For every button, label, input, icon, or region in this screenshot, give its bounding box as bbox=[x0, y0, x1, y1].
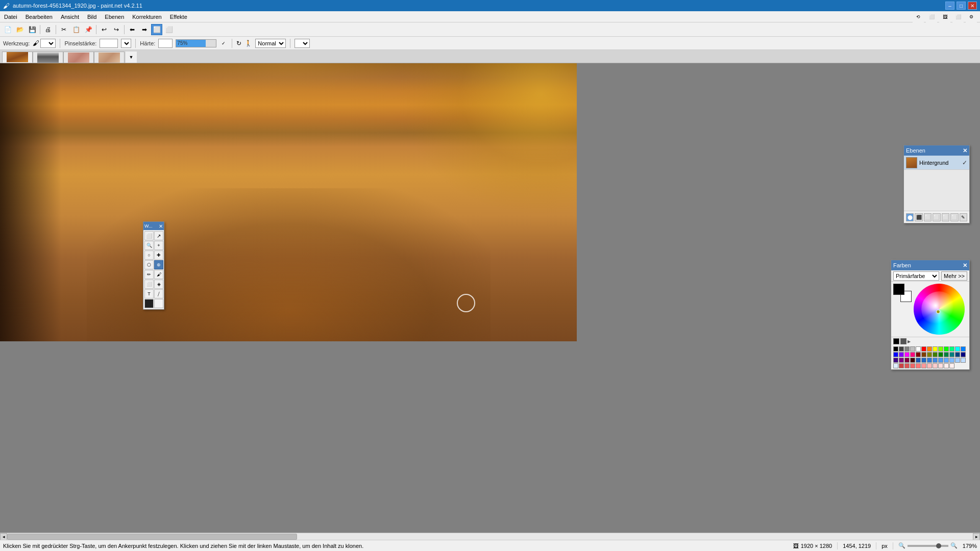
menu-ebenen[interactable]: Ebenen bbox=[101, 11, 128, 22]
zoom-out-icon[interactable]: 🔍 bbox=[898, 542, 905, 549]
palette-dk-blue[interactable] bbox=[961, 352, 966, 357]
pal-b10[interactable] bbox=[893, 363, 898, 368]
toolbar-right-btn-4[interactable]: ⬜ bbox=[952, 11, 964, 22]
save-btn[interactable]: 💾 bbox=[27, 24, 38, 35]
pal-b1[interactable] bbox=[916, 358, 921, 363]
minimize-button[interactable]: – bbox=[945, 2, 954, 10]
layer-tool-5[interactable]: ⬜ bbox=[942, 213, 949, 221]
color-wheel-container[interactable] bbox=[914, 284, 965, 335]
fg-color-swatch[interactable] bbox=[893, 284, 904, 295]
pal-b8[interactable] bbox=[955, 358, 960, 363]
tool-bg-color[interactable] bbox=[154, 299, 163, 308]
mehr-button[interactable]: Mehr >> bbox=[941, 271, 967, 281]
btn11[interactable]: ⬜ bbox=[151, 24, 162, 35]
layer-tool-7[interactable]: ✎ bbox=[960, 213, 967, 221]
zoom-in-icon[interactable]: 🔍 bbox=[950, 542, 958, 549]
close-button[interactable]: ✕ bbox=[968, 2, 977, 10]
color-wheel[interactable] bbox=[914, 284, 965, 335]
toolbar-right-btn-3[interactable]: 🖼 bbox=[939, 11, 950, 22]
swatch-dark[interactable] bbox=[900, 338, 906, 344]
harte-slider[interactable]: 75% bbox=[176, 39, 216, 47]
menu-bild[interactable]: Bild bbox=[83, 11, 101, 22]
tool-lasso[interactable]: ○ bbox=[144, 251, 154, 260]
tool-fg-color[interactable] bbox=[144, 299, 154, 308]
open-btn[interactable]: 📂 bbox=[14, 24, 26, 35]
scroll-left-btn[interactable]: ◂ bbox=[0, 533, 7, 540]
paste-btn[interactable]: 📌 bbox=[83, 24, 94, 35]
palette-dk-teal[interactable] bbox=[944, 352, 949, 357]
tool-line[interactable]: ⧸ bbox=[154, 289, 163, 298]
palette-dk-lime[interactable] bbox=[933, 352, 938, 357]
palette-dk-pink[interactable] bbox=[904, 358, 910, 363]
pal-b3[interactable] bbox=[927, 358, 932, 363]
pal-r4[interactable] bbox=[916, 363, 921, 368]
btn10[interactable]: ➡ bbox=[139, 24, 150, 35]
pal-r9[interactable] bbox=[944, 363, 949, 368]
maximize-button[interactable]: □ bbox=[957, 2, 966, 10]
pal-b2[interactable] bbox=[921, 358, 926, 363]
pal-b7[interactable] bbox=[949, 358, 954, 363]
tool-zoom-in[interactable]: + bbox=[154, 241, 163, 250]
scroll-h-track[interactable] bbox=[7, 533, 973, 540]
tool-zoom-out[interactable]: 🔍 bbox=[144, 241, 154, 250]
layers-panel-close[interactable]: ✕ bbox=[963, 147, 967, 154]
colors-panel-header[interactable]: Farben ✕ bbox=[891, 260, 969, 270]
pal-r3[interactable] bbox=[910, 363, 915, 368]
colors-panel-close[interactable]: ✕ bbox=[963, 262, 967, 269]
palette-dark1[interactable] bbox=[899, 346, 904, 352]
tab-4[interactable] bbox=[94, 52, 125, 63]
pal-r8[interactable] bbox=[938, 363, 943, 368]
tool-clone-stamp[interactable]: ⊕ bbox=[154, 260, 163, 269]
pinselstarke-input[interactable]: 20 bbox=[100, 39, 118, 48]
toolbar-right-btn-1[interactable]: ⟲ bbox=[913, 11, 924, 22]
tool-move[interactable]: ↗ bbox=[154, 231, 163, 240]
palette-white[interactable] bbox=[916, 346, 921, 352]
menu-effekte[interactable]: Effekte bbox=[166, 11, 191, 22]
palette-green[interactable] bbox=[944, 346, 949, 352]
pal-r5[interactable] bbox=[921, 363, 926, 368]
toolbox-header[interactable]: W... ✕ bbox=[143, 222, 164, 230]
tab-2[interactable] bbox=[33, 52, 63, 63]
tool-select-rect[interactable]: ⬜ bbox=[144, 231, 154, 240]
palette-brown[interactable] bbox=[921, 352, 926, 357]
palette-dk-blue1[interactable] bbox=[955, 352, 960, 357]
tab-more-btn[interactable]: ▼ bbox=[126, 52, 137, 63]
toolbox-close-btn[interactable]: ✕ bbox=[159, 223, 163, 229]
palette-dk-violet[interactable] bbox=[893, 358, 898, 363]
pal-r7[interactable] bbox=[933, 363, 938, 368]
layer-tool-1[interactable]: ⬤ bbox=[906, 213, 914, 221]
palette-dk-magenta[interactable] bbox=[899, 358, 904, 363]
opacity-select[interactable] bbox=[295, 39, 310, 48]
layer-visible-1[interactable]: ✓ bbox=[962, 159, 967, 166]
palette-gray[interactable] bbox=[904, 346, 910, 352]
palette-yellow[interactable] bbox=[933, 346, 938, 352]
palette-dk-red[interactable] bbox=[910, 358, 915, 363]
palette-cyan[interactable] bbox=[955, 346, 960, 352]
layer-tool-3[interactable]: ⬜ bbox=[924, 213, 932, 221]
harte-apply[interactable]: ✓ bbox=[219, 39, 228, 47]
tool-brush[interactable]: 🖌 bbox=[154, 270, 163, 279]
werkzeug-select[interactable] bbox=[40, 39, 56, 48]
palette-dk-green[interactable] bbox=[938, 352, 943, 357]
layer-tool-4[interactable]: ⬜ bbox=[933, 213, 940, 221]
pal-r6[interactable] bbox=[927, 363, 932, 368]
print-btn[interactable]: 🖨 bbox=[42, 24, 54, 35]
pal-b4[interactable] bbox=[933, 358, 938, 363]
pal-b5[interactable] bbox=[938, 358, 943, 363]
palette-pink[interactable] bbox=[910, 352, 915, 357]
copy-btn[interactable]: 📋 bbox=[70, 24, 82, 35]
pal-r1[interactable] bbox=[899, 363, 904, 368]
palette-black[interactable] bbox=[893, 346, 898, 352]
palette-magenta[interactable] bbox=[904, 352, 910, 357]
toolbar-settings[interactable]: ⚙ bbox=[966, 11, 977, 22]
tool-pencil[interactable]: ✏ bbox=[144, 270, 154, 279]
tool-text[interactable]: T bbox=[144, 289, 154, 298]
new-btn[interactable]: 📄 bbox=[2, 24, 13, 35]
menu-datei[interactable]: Datei bbox=[0, 11, 21, 22]
palette-dk-cyan[interactable] bbox=[949, 352, 954, 357]
swatch-black[interactable] bbox=[893, 338, 899, 344]
primary-color-select[interactable]: Primärfarbe bbox=[893, 271, 939, 281]
pal-r10[interactable] bbox=[949, 363, 954, 368]
palette-blue[interactable] bbox=[893, 352, 898, 357]
btn12[interactable]: ⬜ bbox=[163, 24, 175, 35]
